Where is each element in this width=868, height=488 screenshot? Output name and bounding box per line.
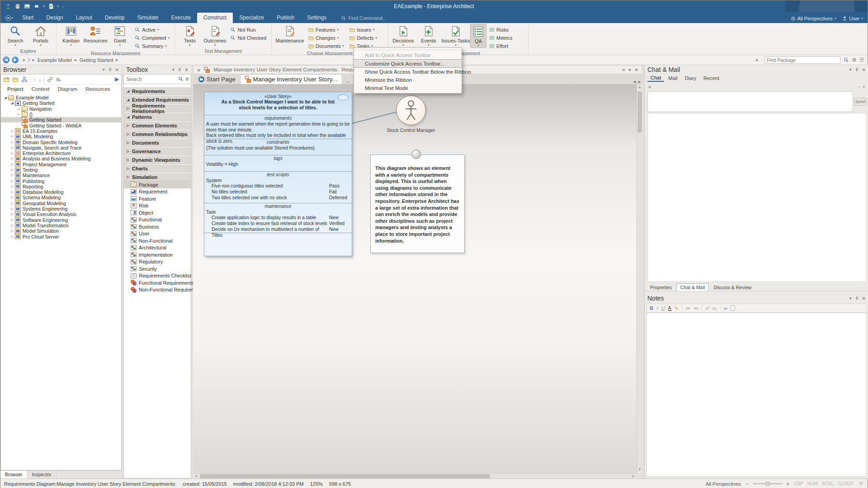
search-icon[interactable]: [178, 76, 184, 82]
scroll-up-icon[interactable]: ▴: [639, 84, 641, 91]
not-checked-button[interactable]: Not Checked: [227, 34, 269, 42]
tab-scroll-left-icon[interactable]: ◂: [633, 79, 636, 84]
tree-item[interactable]: Getting Started: [1, 117, 121, 122]
tree-item[interactable]: Model Transformation: [1, 223, 121, 228]
toolbox-item[interactable]: Feature: [124, 195, 191, 202]
search-input[interactable]: [126, 76, 176, 82]
tree-item[interactable]: Getting Started: [1, 100, 121, 106]
expander-icon[interactable]: [9, 235, 15, 239]
tree-item[interactable]: Navigate, Search and Trace: [1, 145, 121, 150]
move-down-icon[interactable]: ↓: [39, 77, 42, 82]
toolbox-item[interactable]: Risk: [124, 202, 191, 210]
menu-item[interactable]: Add to Quick Access Toolbar: [354, 51, 462, 59]
pin-icon[interactable]: [854, 67, 859, 72]
scrollbar-thumb[interactable]: [200, 474, 490, 478]
bullet-list-icon[interactable]: ≔: [685, 305, 690, 311]
zoom-out-icon[interactable]: −: [745, 481, 748, 487]
features-button[interactable]: Features▾: [306, 26, 347, 34]
events-button[interactable]: Events▾: [416, 24, 441, 47]
toolbox-section-header[interactable]: Requirements Relationships: [124, 104, 191, 113]
tree-item[interactable]: Navigation: [1, 106, 121, 112]
find-command[interactable]: Find Command...: [341, 15, 387, 21]
expander-icon[interactable]: [9, 135, 15, 138]
ribbon-tab[interactable]: Start: [16, 13, 40, 23]
toolbox-item[interactable]: Regulatory: [124, 258, 191, 266]
expander-icon[interactable]: [9, 196, 15, 199]
expander-icon[interactable]: [9, 229, 15, 233]
toolbox-item[interactable]: Object: [124, 209, 191, 216]
expander-icon[interactable]: [9, 185, 15, 188]
forward-button[interactable]: ▶: [12, 56, 19, 63]
ribbon-tab[interactable]: Simulate: [131, 13, 165, 23]
close-icon[interactable]: ✕: [185, 67, 189, 72]
diagram-canvas[interactable]: «User Story» As a Stock Control Manager …: [193, 84, 637, 473]
expander-icon[interactable]: [9, 129, 15, 133]
toolbox-item[interactable]: Package: [124, 181, 191, 188]
maintenance-button[interactable]: Maintenance: [274, 24, 306, 43]
folder-icon[interactable]: [12, 76, 19, 83]
expander-icon[interactable]: [9, 141, 15, 144]
chevron-down-icon[interactable]: ▾: [863, 84, 865, 89]
toolbox-section-header[interactable]: Simulation: [124, 173, 191, 181]
ribbon-tab[interactable]: Settings: [301, 13, 333, 23]
pin-icon[interactable]: [108, 67, 113, 72]
window-icon[interactable]: [33, 3, 40, 9]
browser-tab[interactable]: Resources: [82, 85, 114, 93]
minimize-icon[interactable]: –: [858, 84, 860, 89]
grid-view-icon[interactable]: ⊞: [852, 57, 856, 63]
expander-icon[interactable]: [9, 212, 15, 216]
expander-icon[interactable]: [9, 151, 15, 155]
ribbon-tab[interactable]: Construct: [197, 13, 233, 23]
customize-qat-icon[interactable]: ⌄: [62, 5, 65, 8]
toolbox-item[interactable]: Architectural: [124, 244, 191, 252]
perspectives-status[interactable]: All Perspectives: [706, 481, 741, 487]
not-run-button[interactable]: Not Run: [227, 26, 269, 34]
gantt-button[interactable]: Gantt▾: [108, 24, 132, 47]
chevron-down-icon[interactable]: ▾: [57, 5, 59, 8]
dock-tab[interactable]: Browser: [0, 471, 28, 479]
pin-icon[interactable]: [177, 67, 182, 72]
toolbox-item[interactable]: Security: [124, 265, 191, 272]
edit-note-icon[interactable]: [731, 305, 735, 311]
close-icon[interactable]: ✕: [635, 67, 638, 72]
tree-item[interactable]: Reporting: [1, 184, 121, 189]
expander-icon[interactable]: [9, 174, 15, 177]
expander-icon[interactable]: [9, 101, 15, 105]
highlight-icon[interactable]: ✎: [675, 305, 679, 311]
expander-icon[interactable]: [9, 207, 15, 211]
completed-button[interactable]: Completed▾: [132, 34, 172, 42]
note-element[interactable]: This diagram shows an element with a var…: [370, 155, 465, 253]
tree-item[interactable]: Software Engineering: [1, 217, 121, 223]
link-icon[interactable]: [47, 76, 53, 83]
tree-item[interactable]: Pro Cloud Server: [1, 234, 121, 239]
user-story-element[interactable]: «User Story» As a Stock Control Manager …: [204, 92, 352, 256]
navigate-back-icon[interactable]: ←: [346, 78, 351, 84]
chevron-down-icon[interactable]: ▾: [103, 67, 105, 72]
toolbox-item[interactable]: Business: [124, 223, 191, 230]
chat-mail-tab[interactable]: Chat: [647, 75, 664, 82]
tab-scroll-right-icon[interactable]: ▸: [638, 79, 641, 84]
report-icon[interactable]: [48, 3, 54, 9]
scroll-left-icon[interactable]: ◂: [193, 474, 199, 479]
expander-icon[interactable]: [9, 190, 15, 194]
breadcrumb-item[interactable]: ▶/: [20, 57, 29, 63]
collapse-icon[interactable]: «: [622, 66, 625, 73]
toolbox-section-header[interactable]: Dynamic Viewpoints: [124, 155, 191, 164]
zoom-in-icon[interactable]: +: [787, 481, 789, 487]
tree-item[interactable]: Model Simulation: [1, 228, 121, 234]
italic-icon[interactable]: I: [656, 305, 658, 311]
search-button[interactable]: Search▾: [3, 24, 28, 47]
chevron-down-icon[interactable]: ▾: [629, 67, 631, 72]
tree-item[interactable]: Testing: [1, 167, 121, 173]
tests-button[interactable]: Tests▾: [177, 24, 203, 47]
find-package-input[interactable]: [764, 56, 840, 64]
ribbon-tab[interactable]: Design: [40, 13, 69, 23]
tree-item[interactable]: Visual Execution Analysis: [1, 211, 121, 217]
active-button[interactable]: Active▾: [132, 26, 172, 34]
close-icon[interactable]: ✕: [862, 296, 866, 301]
chat-mail-tab[interactable]: Recent: [700, 75, 722, 81]
resources-button[interactable]: Resources: [83, 24, 108, 43]
toolbox-section-header[interactable]: Patterns: [124, 113, 191, 121]
tree-item[interactable]: {}: [1, 112, 121, 117]
toolbox-item[interactable]: Requirement: [124, 188, 191, 196]
